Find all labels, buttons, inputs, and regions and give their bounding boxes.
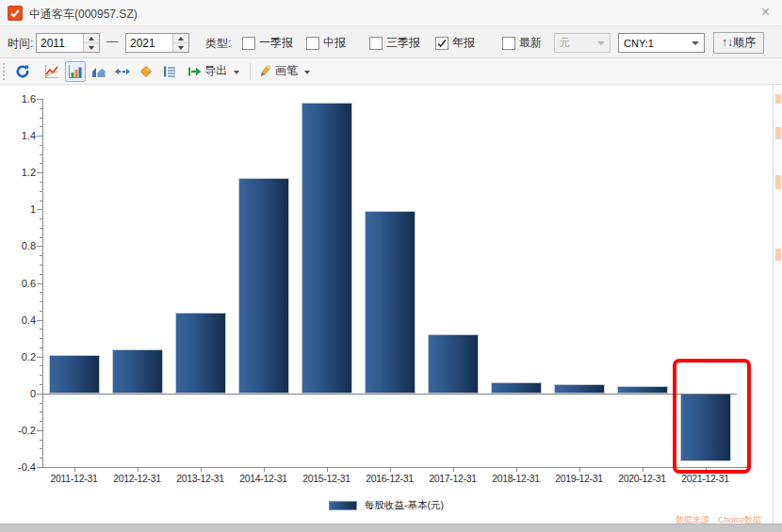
checkbox-q1-report[interactable]: 一季报 xyxy=(242,35,293,51)
y-tick-label: 0 xyxy=(2,388,36,399)
x-tick xyxy=(579,468,580,472)
chart-legend: 每股收益-基本(元) xyxy=(0,499,773,512)
spinner-up-icon[interactable] xyxy=(84,34,99,43)
x-axis-line xyxy=(42,467,749,468)
toolbar-separator xyxy=(250,63,251,80)
bar xyxy=(365,211,415,394)
unit-select-value: 元 xyxy=(560,36,570,50)
y-major-tick xyxy=(37,430,42,431)
currency-select[interactable]: CNY:1 xyxy=(618,33,705,53)
refresh-icon[interactable] xyxy=(12,61,33,82)
chart-toolbar: 导出 画笔 xyxy=(0,58,782,85)
checkbox-label: 三季报 xyxy=(386,35,420,51)
spinner-up-icon[interactable] xyxy=(173,34,188,43)
y-minor-tick xyxy=(40,255,42,256)
y-major-tick xyxy=(37,357,42,358)
area-chart-icon[interactable] xyxy=(89,61,109,82)
y-tick-label: 0.6 xyxy=(2,278,36,289)
y-tick-label: -0.2 xyxy=(2,425,36,436)
year-to-spinner[interactable]: 2021 xyxy=(125,33,189,53)
x-tick-label: 2020-12-31 xyxy=(610,473,676,484)
tag-icon[interactable] xyxy=(136,61,156,82)
year-to-value[interactable]: 2021 xyxy=(126,34,172,52)
spinner-down-icon[interactable] xyxy=(84,43,99,52)
x-tick xyxy=(453,468,454,472)
bar xyxy=(49,355,100,394)
y-minor-tick xyxy=(40,347,42,348)
y-major-tick xyxy=(37,320,42,321)
year-from-spinner[interactable]: 2011 xyxy=(36,33,100,53)
y-tick-label: -0.4 xyxy=(2,461,36,473)
x-tick xyxy=(138,468,138,472)
pencil-icon xyxy=(257,64,272,79)
y-minor-tick xyxy=(40,118,42,119)
y-major-tick xyxy=(37,283,42,284)
chart-window: 中通客车(000957.SZ) × 时间: 2011 — 2021 类型: 一季… xyxy=(0,0,782,532)
export-button[interactable]: 导出 xyxy=(187,63,227,79)
x-tick-label: 2014-12-31 xyxy=(231,473,297,484)
close-icon[interactable]: × xyxy=(761,4,770,21)
x-tick-label: 2013-12-31 xyxy=(168,473,234,484)
y-tick-label: 1 xyxy=(2,203,36,215)
y-minor-tick xyxy=(40,228,42,229)
y-minor-tick xyxy=(40,201,42,202)
export-dropdown-icon[interactable] xyxy=(234,71,239,74)
y-minor-tick xyxy=(40,191,42,192)
line-chart-icon[interactable] xyxy=(41,61,62,82)
list-icon[interactable] xyxy=(159,61,180,82)
y-minor-tick xyxy=(40,154,42,155)
zero-line xyxy=(42,394,737,395)
check-icon xyxy=(8,7,22,20)
spinner-down-icon[interactable] xyxy=(173,43,188,52)
y-major-tick xyxy=(37,172,42,173)
bar xyxy=(491,382,542,394)
x-tick xyxy=(516,468,517,472)
y-tick-label: 1.2 xyxy=(2,167,36,178)
bar xyxy=(238,178,289,394)
right-edge-sliver xyxy=(773,85,782,524)
y-major-tick xyxy=(37,99,42,100)
checkbox-box xyxy=(242,37,255,50)
checkbox-label: 年报 xyxy=(452,35,475,51)
title-bar: 中通客车(000957.SZ) × xyxy=(0,0,782,26)
checkbox-annual-report[interactable]: 年报 xyxy=(435,35,475,51)
y-minor-tick xyxy=(40,411,42,412)
export-label: 导出 xyxy=(204,63,227,79)
y-minor-tick xyxy=(40,126,42,127)
y-tick-label: 0.8 xyxy=(2,240,36,251)
bar xyxy=(554,384,605,394)
y-minor-tick xyxy=(40,218,42,219)
dashed-arrow-icon[interactable] xyxy=(112,61,133,82)
year-from-value[interactable]: 2011 xyxy=(37,34,83,52)
checkbox-q3-report[interactable]: 三季报 xyxy=(369,35,420,51)
range-dash: — xyxy=(106,35,118,48)
bar-chart-icon[interactable] xyxy=(65,61,86,82)
time-label: 时间: xyxy=(8,36,33,52)
y-minor-tick xyxy=(40,145,42,146)
y-minor-tick xyxy=(40,421,42,422)
y-minor-tick xyxy=(40,458,42,459)
y-minor-tick xyxy=(40,338,42,339)
bottom-status-strip xyxy=(0,524,782,532)
brush-dropdown-icon[interactable] xyxy=(304,71,310,74)
y-minor-tick xyxy=(40,274,42,275)
checkbox-latest[interactable]: 最新 xyxy=(502,35,542,51)
filter-bar: 时间: 2011 — 2021 类型: 一季报 中报 三季报 xyxy=(0,26,782,58)
y-major-tick xyxy=(37,209,42,210)
y-tick-label: 1.6 xyxy=(2,93,36,105)
y-minor-tick xyxy=(40,237,42,238)
sort-order-button[interactable]: ↑↓顺序 xyxy=(713,32,764,54)
y-minor-tick xyxy=(40,108,42,109)
title-checkbox[interactable] xyxy=(8,6,23,21)
x-tick xyxy=(74,468,75,472)
x-tick xyxy=(201,468,202,472)
x-tick xyxy=(643,468,644,472)
checkbox-interim-report[interactable]: 中报 xyxy=(306,35,346,51)
y-major-tick xyxy=(37,467,42,468)
bar xyxy=(301,103,352,394)
y-minor-tick xyxy=(40,375,42,376)
y-tick-label: 1.4 xyxy=(2,130,36,141)
checkbox-label: 一季报 xyxy=(259,35,293,51)
checkbox-box xyxy=(369,37,383,50)
brush-button[interactable]: 画笔 xyxy=(257,63,298,79)
